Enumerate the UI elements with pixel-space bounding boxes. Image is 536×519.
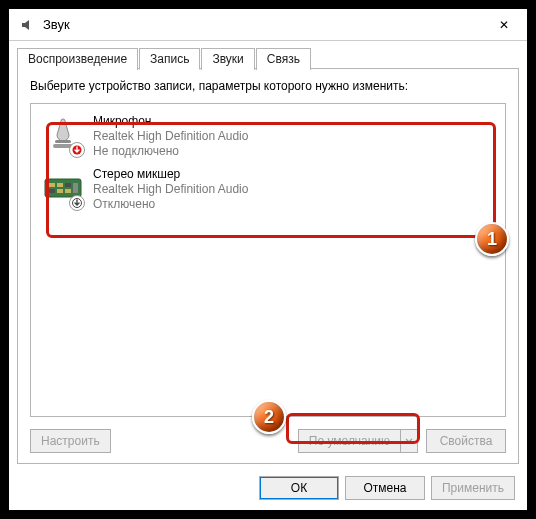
device-status: Отключено — [93, 197, 248, 212]
device-controller: Realtek High Definition Audio — [93, 129, 248, 144]
configure-button[interactable]: Настроить — [30, 429, 111, 453]
tab-panel-recording: Выберите устройство записи, параметры ко… — [17, 68, 519, 464]
svg-rect-8 — [57, 189, 63, 193]
set-default-dropdown[interactable] — [400, 429, 418, 453]
svg-rect-4 — [49, 183, 55, 187]
svg-rect-10 — [73, 183, 78, 193]
svg-rect-9 — [65, 189, 71, 193]
apply-button[interactable]: Применить — [431, 476, 515, 500]
close-icon: ✕ — [499, 18, 509, 32]
chevron-down-icon — [405, 434, 413, 448]
soundcard-icon — [41, 167, 85, 211]
svg-rect-0 — [55, 140, 71, 143]
panel-button-row: Настроить По умолчанию Свойства — [30, 429, 506, 453]
device-stereo-mix[interactable]: Стерео микшер Realtek High Definition Au… — [31, 163, 505, 216]
titlebar: Звук ✕ — [9, 9, 527, 41]
tab-recording[interactable]: Запись — [139, 48, 200, 70]
device-info: Микрофон Realtek High Definition Audio Н… — [93, 114, 248, 159]
tabstrip: Воспроизведение Запись Звуки Связь — [17, 47, 312, 69]
set-default-split-button[interactable]: По умолчанию — [298, 429, 418, 453]
device-controller: Realtek High Definition Audio — [93, 182, 248, 197]
panel-instruction: Выберите устройство записи, параметры ко… — [30, 79, 408, 93]
ok-button[interactable]: ОК — [259, 476, 339, 500]
svg-rect-5 — [57, 183, 63, 187]
speaker-icon — [17, 15, 37, 35]
tab-communications[interactable]: Связь — [256, 48, 311, 70]
set-default-button[interactable]: По умолчанию — [298, 429, 400, 453]
tab-playback[interactable]: Воспроизведение — [17, 48, 138, 70]
microphone-icon — [41, 114, 85, 158]
status-badge-disabled-icon — [69, 195, 85, 211]
properties-button[interactable]: Свойства — [426, 429, 506, 453]
device-name: Стерео микшер — [93, 167, 248, 182]
device-status: Не подключено — [93, 144, 248, 159]
device-info: Стерео микшер Realtek High Definition Au… — [93, 167, 248, 212]
dialog-body: Воспроизведение Запись Звуки Связь Выбер… — [9, 41, 527, 510]
cancel-button[interactable]: Отмена — [345, 476, 425, 500]
device-list[interactable]: Микрофон Realtek High Definition Audio Н… — [30, 103, 506, 417]
svg-rect-7 — [49, 189, 55, 193]
device-name: Микрофон — [93, 114, 248, 129]
close-button[interactable]: ✕ — [481, 9, 527, 41]
svg-rect-6 — [65, 183, 71, 187]
device-microphone[interactable]: Микрофон Realtek High Definition Audio Н… — [31, 110, 505, 163]
dialog-buttons: ОК Отмена Применить — [259, 476, 515, 500]
window-title: Звук — [43, 17, 70, 32]
tab-sounds[interactable]: Звуки — [201, 48, 254, 70]
sound-dialog: Звук ✕ Воспроизведение Запись Звуки Связ… — [8, 8, 528, 511]
status-badge-unplugged-icon — [69, 142, 85, 158]
